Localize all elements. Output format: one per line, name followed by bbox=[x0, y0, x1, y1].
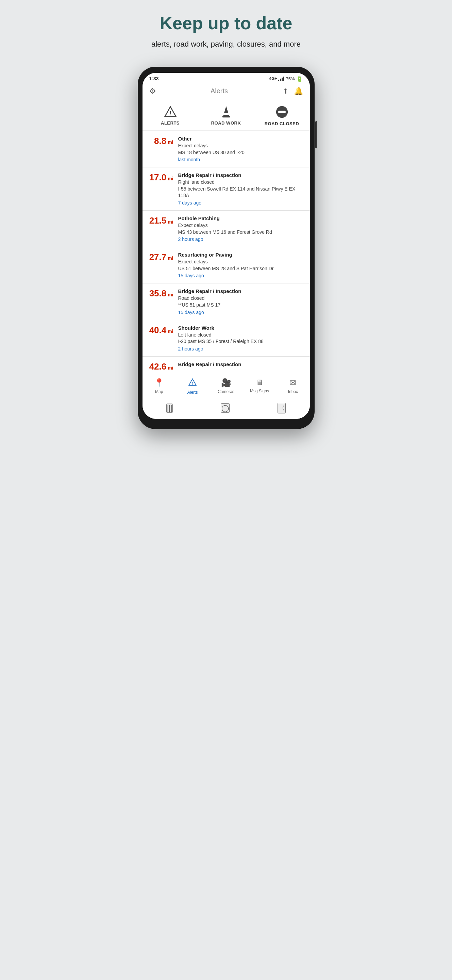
alert-content: Resurfacing or Paving Expect delaysUS 51… bbox=[178, 252, 305, 278]
alert-time: 2 hours ago bbox=[178, 346, 305, 352]
alert-item-partial[interactable]: 42.6 mi Bridge Repair / Inspection bbox=[143, 356, 310, 373]
distance-unit: mi bbox=[166, 140, 173, 145]
distance-unit: mi bbox=[166, 329, 173, 334]
android-recent-button[interactable]: ||| bbox=[166, 404, 173, 413]
svg-text:!: ! bbox=[192, 381, 193, 385]
alert-title: Pothole Patching bbox=[178, 215, 305, 221]
alert-distance: 35.8 mi bbox=[148, 288, 173, 298]
alert-title: Bridge Repair / Inspection bbox=[178, 288, 305, 294]
alert-desc: Left lane closedI-20 past MS 35 / Forest… bbox=[178, 332, 305, 345]
bottom-nav: 📍 Map ! Alerts 🎥 Cameras 🖥 Msg Signs bbox=[143, 373, 310, 399]
distance-number: 27.7 bbox=[149, 252, 167, 262]
tab-road-closed[interactable]: ROAD CLOSED bbox=[254, 100, 310, 130]
no-entry-icon bbox=[276, 105, 289, 118]
alert-content: Bridge Repair / Inspection bbox=[178, 361, 305, 368]
distance-unit: mi bbox=[166, 219, 173, 224]
alert-desc: Expect delaysMS 43 between MS 16 and For… bbox=[178, 222, 305, 235]
app-header: ⚙ Alerts ⬆ 🔔 bbox=[143, 83, 310, 100]
alert-distance: 42.6 mi bbox=[148, 361, 173, 371]
alert-item[interactable]: 8.8 mi Other Expect delaysMS 18 between … bbox=[143, 131, 310, 167]
svg-marker-2 bbox=[223, 106, 230, 118]
nav-inbox[interactable]: ✉ Inbox bbox=[276, 377, 309, 396]
distance-number: 8.8 bbox=[154, 136, 166, 146]
bell-icon: 🔔 bbox=[294, 87, 303, 95]
alert-time: 15 days ago bbox=[178, 273, 305, 278]
alert-time: last month bbox=[178, 157, 305, 162]
distance-unit: mi bbox=[166, 256, 173, 261]
alert-content: Other Expect delaysMS 18 between US 80 a… bbox=[178, 136, 305, 162]
hero-subtitle: alerts, road work, paving, closures, and… bbox=[151, 39, 301, 50]
svg-rect-4 bbox=[222, 116, 230, 118]
alert-item[interactable]: 27.7 mi Resurfacing or Paving Expect del… bbox=[143, 247, 310, 283]
share-icon: ⬆ bbox=[282, 88, 289, 95]
alert-item[interactable]: 35.8 mi Bridge Repair / Inspection Road … bbox=[143, 283, 310, 320]
alert-distance: 17.0 mi bbox=[148, 172, 173, 182]
alert-title: Bridge Repair / Inspection bbox=[178, 172, 305, 178]
distance-unit: mi bbox=[166, 292, 173, 298]
map-icon: 📍 bbox=[154, 378, 164, 388]
alert-title: Other bbox=[178, 136, 305, 142]
alert-title: Bridge Repair / Inspection bbox=[178, 361, 305, 367]
android-nav-bar: ||| ◯ 〈 bbox=[143, 399, 310, 419]
tab-road-closed-label: ROAD CLOSED bbox=[265, 121, 299, 126]
distance-number: 42.6 bbox=[149, 361, 167, 372]
camera-icon: 🎥 bbox=[221, 378, 231, 388]
status-bar: 1:33 4G+ 75% 🔋 bbox=[143, 73, 310, 83]
alert-item[interactable]: 17.0 mi Bridge Repair / Inspection Right… bbox=[143, 167, 310, 211]
nav-alerts[interactable]: ! Alerts bbox=[176, 377, 209, 396]
distance-number: 40.4 bbox=[149, 325, 167, 335]
svg-rect-3 bbox=[223, 113, 230, 115]
nav-msg-signs[interactable]: 🖥 Msg Signs bbox=[243, 377, 276, 396]
phone-shell: 1:33 4G+ 75% 🔋 ⚙ Alerts ⬆ 🔔 bbox=[138, 67, 315, 429]
nav-cameras[interactable]: 🎥 Cameras bbox=[209, 377, 243, 396]
alert-content: Shoulder Work Left lane closedI-20 past … bbox=[178, 325, 305, 352]
alert-distance: 21.5 mi bbox=[148, 215, 173, 225]
alerts-nav-icon: ! bbox=[189, 378, 197, 388]
android-home-button[interactable]: ◯ bbox=[221, 403, 230, 413]
alert-distance: 8.8 mi bbox=[148, 136, 173, 145]
category-tabs: ! ALERTS ROAD WORK ROAD CLOSED bbox=[143, 100, 310, 131]
nav-cameras-label: Cameras bbox=[218, 389, 234, 394]
alert-content: Pothole Patching Expect delaysMS 43 betw… bbox=[178, 215, 305, 242]
nav-map[interactable]: 📍 Map bbox=[143, 377, 176, 396]
phone-screen: 1:33 4G+ 75% 🔋 ⚙ Alerts ⬆ 🔔 bbox=[143, 73, 310, 419]
status-time: 1:33 bbox=[149, 76, 159, 81]
nav-msg-signs-label: Msg Signs bbox=[250, 388, 269, 393]
battery-label: 75% bbox=[286, 76, 295, 81]
alert-desc: Right lane closedI-55 between Sowell Rd … bbox=[178, 179, 305, 199]
alert-distance: 40.4 mi bbox=[148, 325, 173, 334]
alert-desc: Expect delaysMS 18 between US 80 and I-2… bbox=[178, 143, 305, 156]
alert-title: Shoulder Work bbox=[178, 325, 305, 331]
msg-signs-icon: 🖥 bbox=[256, 378, 263, 387]
network-label: 4G+ bbox=[269, 76, 277, 81]
tab-alerts-label: ALERTS bbox=[161, 121, 179, 126]
alert-time: 2 hours ago bbox=[178, 237, 305, 242]
alert-item[interactable]: 21.5 mi Pothole Patching Expect delaysMS… bbox=[143, 211, 310, 247]
alert-item[interactable]: 40.4 mi Shoulder Work Left lane closedI-… bbox=[143, 320, 310, 356]
tab-alerts[interactable]: ! ALERTS bbox=[143, 100, 198, 130]
share-button[interactable]: ⬆ bbox=[282, 87, 289, 95]
distance-unit: mi bbox=[166, 176, 173, 181]
alert-content: Bridge Repair / Inspection Right lane cl… bbox=[178, 172, 305, 205]
distance-number: 17.0 bbox=[149, 172, 167, 182]
distance-number: 35.8 bbox=[149, 288, 167, 298]
hero-title: Keep up to date bbox=[160, 14, 292, 33]
alert-desc: Road closed**US 51 past MS 17 bbox=[178, 295, 305, 308]
signal-bars-icon bbox=[278, 76, 284, 81]
nav-alerts-label: Alerts bbox=[187, 390, 198, 395]
settings-button[interactable]: ⚙ bbox=[149, 87, 156, 95]
header-action-icons: ⬆ 🔔 bbox=[282, 87, 303, 95]
android-back-button[interactable]: 〈 bbox=[278, 403, 286, 414]
svg-rect-6 bbox=[278, 111, 286, 113]
inbox-icon: ✉ bbox=[289, 378, 296, 388]
tab-road-work[interactable]: ROAD WORK bbox=[198, 100, 254, 130]
status-right: 4G+ 75% 🔋 bbox=[269, 76, 303, 82]
alert-content: Bridge Repair / Inspection Road closed**… bbox=[178, 288, 305, 315]
bell-button[interactable]: 🔔 bbox=[294, 87, 303, 95]
alert-warning-icon: ! bbox=[164, 105, 176, 118]
alert-time: 7 days ago bbox=[178, 200, 305, 205]
gear-icon: ⚙ bbox=[149, 87, 156, 95]
cone-icon bbox=[220, 105, 232, 118]
nav-inbox-label: Inbox bbox=[288, 389, 298, 394]
alert-desc: Expect delaysUS 51 between MS 28 and S P… bbox=[178, 259, 305, 272]
